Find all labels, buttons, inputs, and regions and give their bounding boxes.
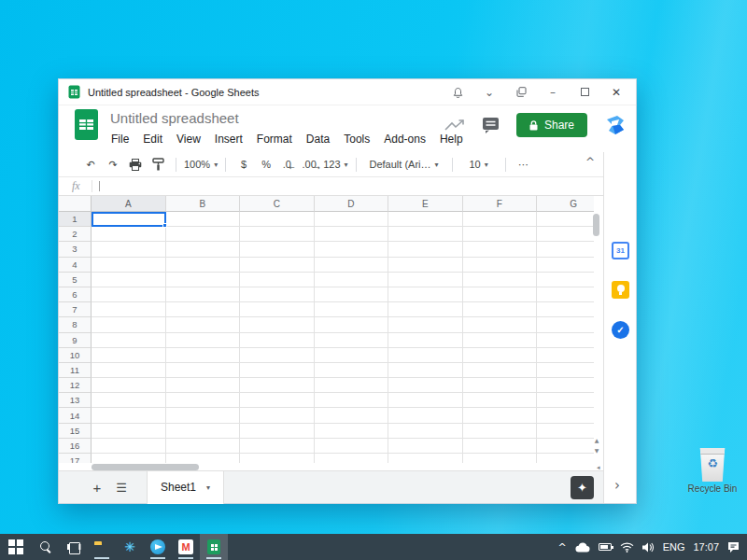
cell-f2[interactable] xyxy=(463,227,538,242)
cell-f12[interactable] xyxy=(463,378,538,393)
cell-g17[interactable] xyxy=(537,454,594,463)
chevron-down-icon[interactable]: ⌄ xyxy=(473,80,505,105)
column-header-c[interactable]: C xyxy=(240,196,315,212)
row-header-12[interactable]: 12 xyxy=(59,378,92,393)
wifi-icon[interactable] xyxy=(620,542,634,553)
cell-g11[interactable] xyxy=(537,363,594,378)
select-all-corner[interactable] xyxy=(59,196,92,212)
starburst-app-button[interactable]: ✳ xyxy=(116,534,144,560)
increase-decimals-button[interactable]: .00 → xyxy=(301,154,321,175)
cell-d16[interactable] xyxy=(315,439,389,454)
row-header-1[interactable]: 1 xyxy=(59,212,92,227)
menu-item-tools[interactable]: Tools xyxy=(342,132,372,147)
cell-c15[interactable] xyxy=(240,424,315,439)
cell-a8[interactable] xyxy=(92,317,166,332)
document-title[interactable]: Untitled spreadsheet xyxy=(110,110,239,126)
cell-g1[interactable] xyxy=(537,212,594,227)
cell-e13[interactable] xyxy=(388,393,463,408)
cell-b4[interactable] xyxy=(166,258,241,273)
cell-b7[interactable] xyxy=(166,302,241,317)
scroll-down-icon[interactable]: ▼ xyxy=(595,447,599,454)
collapse-menus-icon[interactable]: ^ xyxy=(585,156,595,169)
task-view-button[interactable] xyxy=(60,534,88,560)
cell-c11[interactable] xyxy=(240,363,315,378)
cell-d4[interactable] xyxy=(315,258,389,273)
cell-a16[interactable] xyxy=(92,439,166,454)
cell-c7[interactable] xyxy=(240,302,315,317)
row-header-8[interactable]: 8 xyxy=(59,317,92,332)
battery-icon[interactable] xyxy=(599,543,612,551)
cell-f15[interactable] xyxy=(463,424,538,439)
undo-button[interactable]: ↶ xyxy=(80,154,101,175)
paint-format-button[interactable] xyxy=(148,154,168,175)
format-percent-button[interactable]: % xyxy=(256,154,276,175)
explore-button[interactable]: ✦ xyxy=(571,476,594,499)
cell-a5[interactable] xyxy=(92,273,166,287)
column-header-a[interactable]: A xyxy=(92,196,166,212)
action-center-icon[interactable] xyxy=(727,541,740,553)
cell-e6[interactable] xyxy=(388,287,463,302)
column-header-f[interactable]: F xyxy=(463,196,538,212)
cell-g15[interactable] xyxy=(537,424,594,439)
cell-b16[interactable] xyxy=(166,439,241,454)
cell-g7[interactable] xyxy=(537,302,594,317)
menu-item-file[interactable]: File xyxy=(109,132,131,147)
google-keep-icon[interactable] xyxy=(612,281,629,299)
cell-a9[interactable] xyxy=(92,333,166,348)
cell-a13[interactable] xyxy=(92,393,166,408)
cell-b15[interactable] xyxy=(166,424,241,439)
cell-f4[interactable] xyxy=(463,258,538,273)
cell-e14[interactable] xyxy=(388,408,463,423)
menu-item-view[interactable]: View xyxy=(175,132,203,147)
cell-d11[interactable] xyxy=(315,363,389,378)
notification-bell-icon[interactable] xyxy=(442,80,473,105)
cell-c4[interactable] xyxy=(240,258,315,273)
cell-c8[interactable] xyxy=(240,317,315,332)
popout-icon[interactable] xyxy=(505,80,537,105)
cell-d2[interactable] xyxy=(315,227,389,242)
cell-b3[interactable] xyxy=(166,242,241,257)
cell-a4[interactable] xyxy=(92,258,166,273)
cell-g9[interactable] xyxy=(537,333,594,348)
cell-g6[interactable] xyxy=(537,287,594,302)
row-header-15[interactable]: 15 xyxy=(59,424,92,439)
cell-f14[interactable] xyxy=(463,408,538,423)
cell-b6[interactable] xyxy=(166,287,241,302)
column-header-d[interactable]: D xyxy=(315,196,389,212)
cell-a7[interactable] xyxy=(92,302,166,317)
hide-side-panel-icon[interactable]: › xyxy=(614,477,620,494)
cell-a12[interactable] xyxy=(92,378,166,393)
column-header-b[interactable]: B xyxy=(166,196,241,212)
cell-g5[interactable] xyxy=(537,273,594,287)
row-header-11[interactable]: 11 xyxy=(59,363,92,378)
cell-f8[interactable] xyxy=(463,317,538,332)
cell-b11[interactable] xyxy=(166,363,241,378)
cell-f1[interactable] xyxy=(463,212,538,227)
cell-d1[interactable] xyxy=(315,212,389,227)
cell-e4[interactable] xyxy=(388,258,463,273)
cell-e5[interactable] xyxy=(388,273,463,287)
cell-b10[interactable] xyxy=(166,348,241,363)
cell-e15[interactable] xyxy=(388,424,463,439)
cell-c16[interactable] xyxy=(240,439,315,454)
cell-e3[interactable] xyxy=(388,242,463,257)
cell-d14[interactable] xyxy=(315,408,389,423)
cell-e1[interactable] xyxy=(388,212,463,227)
more-formats-button[interactable]: 123 ▾ xyxy=(323,154,347,175)
vertical-scroll-thumb[interactable] xyxy=(593,214,599,236)
cell-f11[interactable] xyxy=(463,363,538,378)
sheet-tab-sheet1[interactable]: Sheet1 ▾ xyxy=(147,471,224,504)
close-button[interactable]: ✕ xyxy=(600,80,632,105)
gmail-button[interactable]: M xyxy=(172,534,200,560)
cell-b8[interactable] xyxy=(166,317,241,332)
zoom-select[interactable]: 100% ▾ xyxy=(184,154,218,175)
cell-e10[interactable] xyxy=(388,348,463,363)
scroll-up-icon[interactable]: ▲ xyxy=(595,437,599,443)
cell-f6[interactable] xyxy=(463,287,538,302)
volume-icon[interactable] xyxy=(642,542,655,553)
cell-g3[interactable] xyxy=(537,242,594,257)
fill-handle[interactable] xyxy=(162,223,167,228)
cell-e11[interactable] xyxy=(388,363,463,378)
print-button[interactable] xyxy=(125,154,146,175)
cell-e7[interactable] xyxy=(388,302,463,317)
